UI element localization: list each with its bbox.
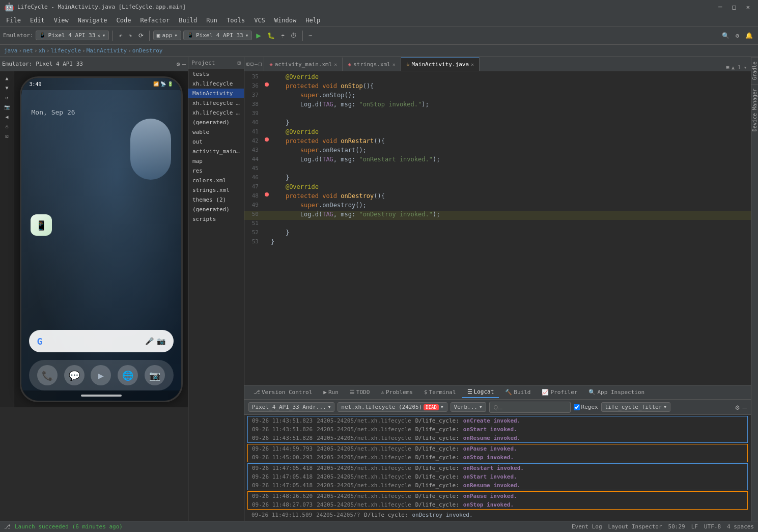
log-line-11[interactable]: 09-26 11:49:11.509 24205-24205/? D/life_… <box>244 511 751 519</box>
project-item-res[interactable]: res <box>188 166 244 176</box>
run-device-selector[interactable]: 📱 Pixel 4 API 33 ▾ <box>183 31 252 40</box>
logcat-search-input[interactable] <box>489 402 571 413</box>
log-line-3[interactable]: 09-26 11:43:51.828 24205-24205/net.xh.li… <box>248 434 747 442</box>
more-tools-icon[interactable]: ⋯ <box>306 31 314 40</box>
logcat-minimize-icon[interactable]: — <box>743 403 747 411</box>
tab-profiler[interactable]: 📈 Profiler <box>537 387 582 398</box>
dock-play-icon[interactable]: ▶ <box>91 365 111 385</box>
tab-terminal[interactable]: $ Terminal <box>419 387 461 398</box>
menu-help[interactable]: Help <box>301 16 324 25</box>
code-editor[interactable]: 35 @Override 36 protected void onStop(){… <box>244 71 751 385</box>
breadcrumb-mainactivity[interactable]: MainActivity <box>87 47 127 54</box>
project-item-map[interactable]: map <box>188 156 244 166</box>
log-line-1[interactable]: 09-26 11:43:51.823 24205-24205/net.xh.li… <box>248 416 747 425</box>
vol-up-icon[interactable]: ▲ <box>5 75 8 81</box>
project-item-colors[interactable]: colors.xml <box>188 176 244 185</box>
tab-split-btn[interactable]: ⊟ <box>250 61 254 67</box>
menu-window[interactable]: Window <box>270 16 300 25</box>
vol-down-icon[interactable]: ▼ <box>5 85 8 91</box>
menu-tools[interactable]: Tools <box>222 16 249 25</box>
project-item-mainactivity[interactable]: MainActivity <box>188 89 244 98</box>
tab-todo[interactable]: ☰ TODO <box>345 387 375 398</box>
breadcrumb-net[interactable]: net <box>23 47 33 54</box>
project-item-xhlifecycle[interactable]: xh.lifecycle <box>188 79 244 89</box>
logcat-content[interactable]: 09-26 11:43:51.823 24205-24205/net.xh.li… <box>244 415 751 532</box>
coverage-btn[interactable]: ☂ <box>279 31 287 40</box>
logcat-process-selector[interactable]: net.xh.lifecycle (24205) DEAD ▾ <box>338 402 447 412</box>
tab-logcat[interactable]: ☰ Logcat <box>462 386 499 398</box>
project-item-out[interactable]: out <box>188 137 244 147</box>
logcat-verbosity-selector[interactable]: Verb... ▾ <box>451 402 486 412</box>
regex-checkbox[interactable] <box>574 404 580 410</box>
window-controls[interactable]: ─ □ ✕ <box>714 4 754 11</box>
tab-problems[interactable]: ⚠ Problems <box>376 387 418 398</box>
breakpoint-36[interactable] <box>265 82 269 87</box>
app-selector[interactable]: ▣ app ▾ <box>153 31 181 40</box>
close-btn[interactable]: ✕ <box>742 4 754 11</box>
tab-strings-close-icon[interactable]: ✕ <box>392 62 396 67</box>
menu-vcs[interactable]: VCS <box>250 16 269 25</box>
mic-icon[interactable]: 🎤 <box>145 337 154 345</box>
log-line-7[interactable]: 09-26 11:47:05.418 24205-24205/net.xh.li… <box>248 472 747 481</box>
dock-chrome-icon[interactable]: 🌐 <box>118 365 138 385</box>
dock-phone-icon[interactable]: 📞 <box>37 365 58 385</box>
tab-app-inspection[interactable]: 🔍 App Inspection <box>583 387 650 398</box>
breakpoint-42[interactable] <box>265 137 269 142</box>
device-selector[interactable]: 📱 Pixel 4 API 33 ✕ ▾ <box>36 31 109 40</box>
project-item-themes[interactable]: themes (2) <box>188 195 244 205</box>
notification-icon[interactable]: 🔔 <box>743 31 755 40</box>
run-btn[interactable]: ▶ <box>254 30 263 41</box>
log-line-8[interactable]: 09-26 11:47:05.418 24205-24205/net.xh.li… <box>248 481 747 490</box>
menu-code[interactable]: Code <box>113 16 135 25</box>
log-line-9[interactable]: 09-26 11:48:26.620 24205-24205/net.xh.li… <box>248 492 747 500</box>
breadcrumb-lifecycle[interactable]: lifecycle <box>51 47 81 54</box>
home-icon[interactable]: ⌂ <box>5 124 8 129</box>
project-item-strings[interactable]: strings.xml <box>188 185 244 195</box>
app-icon-1[interactable]: 📱 <box>31 214 52 236</box>
device-manager-panel-tab[interactable]: Device Manager <box>751 84 758 135</box>
device-close-icon[interactable]: ✕ <box>97 33 100 38</box>
breadcrumb-java[interactable]: java <box>4 47 18 54</box>
project-item-scripts[interactable]: scripts <box>188 214 244 224</box>
logcat-settings-icon[interactable]: ⚙ <box>735 403 739 411</box>
log-line-2[interactable]: 09-26 11:43:51.826 24205-24205/net.xh.li… <box>248 425 747 434</box>
menu-refactor[interactable]: Refactor <box>136 16 174 25</box>
search-icon[interactable]: 🔍 <box>720 31 732 40</box>
redo-icon[interactable]: ↷ <box>127 31 134 40</box>
menu-build[interactable]: Build <box>175 16 201 25</box>
tab-left-btn[interactable]: ⊞ <box>246 61 249 67</box>
debug-btn[interactable]: 🐛 <box>265 31 277 40</box>
tab-activity-main[interactable]: ◈ activity_main.xml ✕ <box>264 58 343 71</box>
breadcrumb-ondestroy[interactable]: onDestroy <box>132 47 163 54</box>
tab-close-icon[interactable]: ✕ <box>334 62 337 67</box>
log-line-10[interactable]: 09-26 11:48:27.073 24205-24205/net.xh.li… <box>248 500 747 509</box>
logcat-device-selector[interactable]: Pixel_4_API_33 Andr... ▾ <box>248 402 334 412</box>
project-item-generated2[interactable]: (generated) <box>188 205 244 214</box>
lens-icon[interactable]: 📷 <box>157 337 165 345</box>
tab-build[interactable]: 🔨 Build <box>500 387 536 398</box>
menu-view[interactable]: View <box>50 16 73 25</box>
screenshot-icon[interactable]: 📷 <box>4 104 10 110</box>
tab-maximize-icon[interactable]: □ <box>259 61 262 67</box>
back-icon[interactable]: ◀ <box>5 114 8 120</box>
menu-navigate[interactable]: Navigate <box>74 16 111 25</box>
layout-inspector-btn[interactable]: Layout Inspector <box>608 523 662 530</box>
undo-icon[interactable]: ↶ <box>117 31 124 40</box>
log-line-6[interactable]: 09-26 11:47:05.418 24205-24205/net.xh.li… <box>248 464 747 472</box>
tab-mainactivity-close-icon[interactable]: ✕ <box>471 62 474 67</box>
log-line-5[interactable]: 09-26 11:45:00.293 24205-24205/net.xh.li… <box>248 453 747 462</box>
recents-icon[interactable]: ⊡ <box>5 133 8 139</box>
emulator-settings-icon[interactable]: ⚙ <box>177 61 180 68</box>
project-item-wable[interactable]: wable <box>188 127 244 137</box>
event-log-btn[interactable]: Event Log <box>572 523 602 530</box>
project-item-test[interactable]: xh.lifecycle (test) <box>188 108 244 118</box>
tab-run[interactable]: ▶ Run <box>318 387 344 398</box>
minimize-btn[interactable]: ─ <box>714 4 726 11</box>
tab-strings[interactable]: ◈ strings.xml ✕ <box>343 58 401 71</box>
emulator-minimize-icon[interactable]: — <box>182 61 186 68</box>
breakpoint-48[interactable] <box>265 192 269 197</box>
tab-mainactivity[interactable]: ☕ MainActivity.java ✕ <box>401 58 480 71</box>
sync-icon[interactable]: ⟳ <box>136 31 146 40</box>
profile-btn[interactable]: ⏱ <box>289 31 299 40</box>
logcat-filter-selector[interactable]: life_cycle_filter ▾ <box>601 402 670 412</box>
